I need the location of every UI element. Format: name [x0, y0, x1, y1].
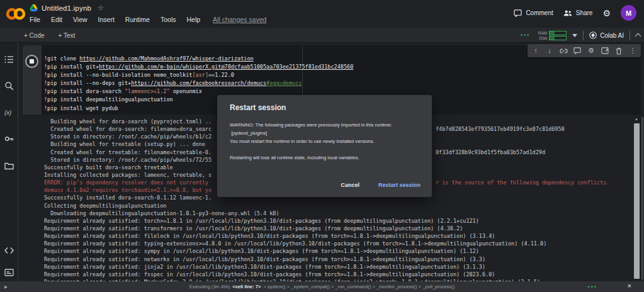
notebook-toolbar: + Code + Text ••• RAM Disk Colab AI: [0, 28, 644, 43]
share-button[interactable]: Share: [563, 9, 593, 17]
comment-icon: [514, 9, 522, 17]
settings-gear-icon[interactable]: ⚙: [602, 8, 611, 18]
output-line: Downloading deepmultilingualpunctuation-…: [44, 210, 636, 217]
cell-gutter: [23, 45, 42, 115]
colab-window: { "colors":{ "accent_blue":"#8ab4f8","lo…: [0, 0, 644, 292]
menu-help[interactable]: Help: [186, 16, 200, 23]
cancel-button[interactable]: Cancel: [341, 182, 359, 188]
cell-more-actions-kebab-icon[interactable]: ⋮: [626, 44, 640, 57]
dialog-body: WARNING: The following packages were pre…: [230, 121, 419, 162]
connection-dots-icon: •••: [521, 32, 530, 38]
share-people-icon: [563, 9, 572, 17]
secrets-key-icon[interactable]: [4, 135, 14, 143]
saved-status[interactable]: All changes saved: [213, 16, 266, 23]
left-sidebar: {x}: [0, 43, 18, 281]
expand-status-arrow-icon[interactable]: ▶: [4, 284, 8, 289]
dialog-text-line: Restarting will lose all runtime state, …: [230, 154, 419, 162]
code-line-4: !pip install --no-deps git+https://githu…: [44, 79, 641, 87]
menu-tools[interactable]: Tools: [161, 16, 176, 23]
code-snippets-icon[interactable]: [4, 247, 14, 254]
dialog-text-line: You must restart the runtime in order to…: [230, 137, 419, 145]
comment-label: Comment: [526, 9, 553, 16]
close-status-bar-icon[interactable]: ×: [628, 282, 631, 289]
output-line: Requirement already satisfied: typing-ex…: [44, 240, 636, 247]
dialog-text-line: WARNING: The following packages were pre…: [230, 121, 419, 129]
add-code-button[interactable]: + Code: [24, 32, 45, 39]
search-icon[interactable]: [4, 81, 14, 91]
add-text-button[interactable]: + Text: [59, 32, 76, 39]
ram-label: RAM: [536, 31, 547, 35]
move-cell-down-icon[interactable]: ↓: [543, 44, 556, 57]
output-line: Requirement already satisfied: filelock …: [44, 232, 636, 240]
colab-ai-button[interactable]: Colab AI: [589, 31, 624, 39]
table-of-contents-icon[interactable]: [4, 55, 14, 64]
toolbar-left: + Code + Text: [24, 28, 75, 43]
header-actions: Comment Share ⚙ M: [514, 5, 636, 21]
mirror-cell-in-tab-icon[interactable]: [598, 44, 612, 57]
colab-logo[interactable]: [6, 4, 26, 23]
output-line: Requirement already satisfied: sympy in …: [44, 247, 636, 255]
colab-ai-label: Colab AI: [600, 32, 624, 39]
output-line: Requirement already satisfied: fsspec in…: [44, 271, 636, 278]
delete-cell-trash-icon[interactable]: [612, 44, 626, 57]
move-cell-up-icon[interactable]: ↑: [529, 44, 543, 57]
code-line-3: !pip install --no-build-isolation nemo_t…: [44, 71, 641, 79]
resources-dropdown-caret-icon[interactable]: [572, 34, 577, 37]
add-comment-icon[interactable]: [570, 44, 584, 57]
toolbar-right: ••• RAM Disk Colab AI: [521, 28, 640, 43]
ram-meter: [549, 31, 567, 35]
drive-file-icon: [30, 4, 38, 11]
resource-monitor[interactable]: RAM Disk: [536, 31, 567, 40]
cell-toolbar: ↑ ↓ ⚙ ⋮: [528, 44, 641, 57]
cell-settings-gear-icon[interactable]: ⚙: [584, 44, 598, 57]
menu-insert[interactable]: Insert: [98, 16, 115, 23]
output-scroll-up-arrow-icon[interactable]: ▲: [635, 117, 638, 121]
execution-status-bar: ▶ Executing (3m 49s) <cell line: 7> > sy…: [0, 281, 644, 292]
star-icon[interactable]: ☆: [98, 4, 104, 12]
output-line: Requirement already satisfied: jinja2 in…: [44, 263, 636, 271]
notebook-title-row: Untitled1.ipynb ☆: [30, 4, 104, 12]
restart-session-dialog: Restart session WARNING: The following p…: [217, 95, 432, 197]
output-line-fragment: r is the source of the following depende…: [436, 179, 609, 186]
app-header: Untitled1.ipynb ☆ FileEditViewInsertRunt…: [0, 0, 644, 28]
window-scrollbar-track: [641, 117, 643, 279]
output-line-fragment: f4b7d828543ef7935617eb4919fc3e07c81d6958: [436, 125, 565, 133]
colab-ai-gem-icon: [589, 31, 597, 39]
files-folder-icon[interactable]: [4, 162, 14, 170]
restart-session-button[interactable]: Restart session: [378, 182, 421, 188]
disk-meter: [549, 36, 567, 40]
executing-call-stack: > system() > _system_compat() > _run_com…: [263, 284, 455, 289]
run-cell-button-running[interactable]: [25, 55, 38, 68]
dialog-text-line: [pydevd_plugins]: [230, 129, 419, 137]
disk-label: Disk: [536, 36, 547, 40]
output-scrollbar-thumb[interactable]: [634, 123, 640, 279]
terminal-icon[interactable]: [4, 269, 14, 276]
code-line-2: !pip install git+https://github.com/m-ba…: [44, 63, 641, 71]
notebook-title[interactable]: Untitled1.ipynb: [42, 4, 91, 12]
collapse-panel-caret-icon[interactable]: [635, 33, 641, 40]
output-line: Requirement already satisfied: networkx …: [44, 256, 636, 263]
output-line-fragment: 0f33df328b9c93bd1f5fba03b57ad1d29d: [436, 149, 545, 156]
stop-icon: [30, 59, 34, 64]
status-dots-icon: •••: [588, 284, 597, 290]
divider: [583, 31, 584, 40]
dialog-title: Restart session: [230, 103, 419, 112]
menu-runtime[interactable]: Runtime: [125, 16, 150, 23]
output-line: Requirement already satisfied: torch>=1.…: [44, 217, 636, 225]
executing-timer: Executing (3m 49s): [189, 284, 230, 289]
comment-button[interactable]: Comment: [514, 9, 553, 17]
dialog-buttons: Cancel Restart session: [341, 182, 421, 188]
executing-cell-ref: <cell line: 7>: [232, 284, 261, 289]
copy-cell-link-icon[interactable]: [556, 44, 570, 57]
menu-bar: FileEditViewInsertRuntimeToolsHelpAll ch…: [30, 16, 266, 23]
variables-icon[interactable]: {x}: [4, 109, 11, 116]
dialog-text-line: [230, 145, 419, 154]
share-label: Share: [576, 9, 593, 16]
menu-file[interactable]: File: [30, 16, 40, 23]
menu-view[interactable]: View: [73, 16, 88, 23]
account-avatar[interactable]: M: [621, 5, 636, 21]
menu-edit[interactable]: Edit: [51, 16, 62, 23]
divider: [630, 31, 630, 40]
output-line: Requirement already satisfied: transform…: [44, 225, 636, 232]
output-line: Collecting deepmultilingualpunctuation: [44, 202, 636, 210]
